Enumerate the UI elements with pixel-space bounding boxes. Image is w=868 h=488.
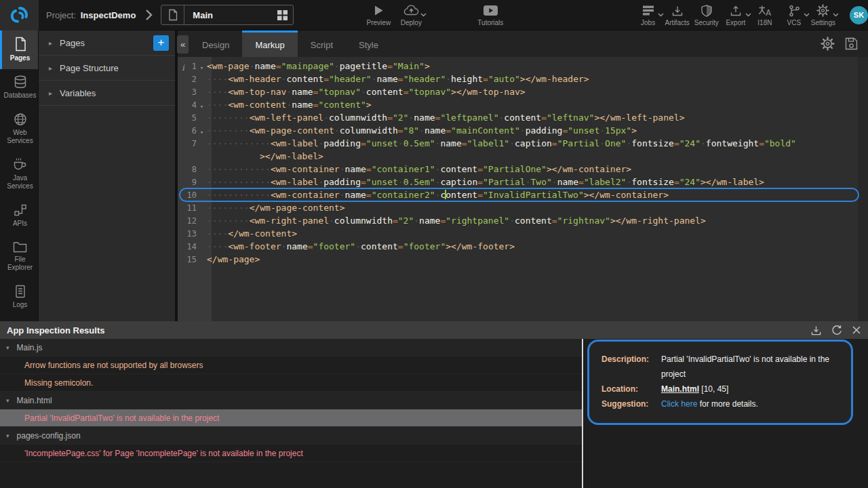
suggestion-value: Click here for more details. — [661, 396, 839, 411]
code-line[interactable]: 3····<wm-top-nav·name="topnav"·content="… — [178, 85, 868, 98]
code-line[interactable]: 13····</wm-content> — [178, 227, 868, 240]
location-label: Location: — [601, 382, 658, 396]
code-text: ············<wm-container·name="containe… — [207, 163, 631, 176]
code-line[interactable]: 10············<wm-container·name="contai… — [178, 188, 868, 201]
code-line[interactable]: ></wm-label> — [178, 150, 868, 163]
inspection-panel: App Inspection Results ▾Main.jsArrow fun… — [0, 321, 868, 488]
inspection-splitter[interactable] — [582, 339, 583, 488]
line-number: 3 — [178, 85, 197, 98]
settings-button[interactable]: Settings — [809, 4, 837, 26]
fold-caret-icon[interactable]: ▾ — [197, 60, 207, 73]
code-line[interactable]: 11········</wm-page-content> — [178, 201, 868, 214]
grid-icon[interactable] — [277, 10, 288, 20]
git-branch-icon — [788, 4, 800, 18]
project-info: Project: InspectDemo — [46, 10, 136, 20]
tab-style[interactable]: Style — [346, 30, 391, 57]
tab-markup[interactable]: Markup — [242, 30, 297, 57]
fold-spacer — [197, 176, 207, 188]
inspection-item[interactable]: Arrow functions are not supported by all… — [0, 357, 583, 374]
click-here-link[interactable]: Click here — [661, 399, 697, 409]
panel-section-pages[interactable]: ▸ Pages + — [39, 30, 175, 56]
code-line[interactable]: 1▾<wm-page·name="mainpage"·pagetitle="Ma… — [178, 60, 868, 73]
action-label: Jobs — [641, 19, 655, 26]
fold-caret-icon[interactable]: ▾ — [197, 124, 207, 137]
action-label: Settings — [811, 19, 835, 26]
security-button[interactable]: Security — [692, 4, 721, 26]
line-number: 11 — [178, 201, 197, 214]
inspection-group-row[interactable]: ▾pages-config.json — [0, 427, 583, 445]
code-line[interactable]: 5········<wm-left-panel·columnwidth="2"·… — [178, 111, 868, 124]
sidebar-item-apis[interactable]: APIs — [0, 197, 38, 235]
sidebar-item-file-explorer[interactable]: File Explorer — [0, 235, 38, 279]
code-line[interactable]: 6▾········<wm-page-content·columnwidth="… — [178, 124, 868, 137]
jobs-button[interactable]: Jobs — [634, 4, 663, 26]
fold-caret-icon[interactable]: ▾ — [197, 98, 207, 111]
inspection-group-row[interactable]: ▾Main.js — [0, 339, 583, 357]
sidebar-item-web-services[interactable]: Web Services — [0, 106, 38, 152]
folder-icon — [13, 241, 27, 256]
inspection-item[interactable]: Partial 'InvalidPartialTwo' is not avail… — [0, 409, 583, 427]
suggestion-label: Suggestion: — [601, 396, 658, 411]
refresh-icon[interactable] — [831, 325, 842, 336]
close-icon[interactable] — [852, 325, 861, 335]
chevron-down-icon — [420, 13, 427, 17]
add-page-button[interactable]: + — [153, 35, 169, 51]
code-line[interactable]: 7············<wm-label·padding="unset·0.… — [178, 137, 868, 150]
page-icon — [14, 37, 27, 54]
code-line[interactable]: 12········<wm-right-panel·columnwidth="2… — [178, 214, 868, 227]
action-label: Tutorials — [477, 19, 503, 26]
tab-script[interactable]: Script — [298, 30, 346, 57]
code-line[interactable]: 15</wm-page> — [178, 253, 868, 266]
line-number: 6 — [178, 124, 197, 137]
tutorials-group: Tutorials — [475, 4, 505, 26]
caret-right-icon: ▸ — [49, 64, 52, 72]
user-avatar[interactable]: SK — [850, 6, 868, 24]
globe-icon — [14, 113, 27, 129]
inspection-title: App Inspection Results — [7, 325, 104, 336]
fold-spacer — [197, 240, 207, 253]
preview-button[interactable]: Preview — [364, 4, 393, 26]
download-report-icon[interactable] — [810, 325, 822, 336]
coffee-icon — [13, 158, 28, 174]
editor-settings-gear-icon[interactable] — [821, 37, 835, 51]
inspection-item[interactable]: Missing semicolon. — [0, 374, 583, 392]
panel-section-page-structure[interactable]: ▸ Page Structure — [39, 56, 175, 81]
deploy-button[interactable]: Deploy — [397, 4, 425, 26]
topbar: Project: InspectDemo Main Preview Deploy… — [0, 0, 868, 30]
code-text: ····<wm-top-nav·name="topnav"·content="t… — [207, 85, 526, 98]
project-name: InspectDemo — [81, 10, 136, 20]
fold-spacer — [197, 214, 207, 227]
app-logo[interactable] — [0, 0, 39, 30]
panel-section-label: Pages — [60, 38, 85, 48]
code-line[interactable]: 8············<wm-container·name="contain… — [178, 163, 868, 176]
inspection-group-row[interactable]: ▾Main.html — [0, 392, 583, 409]
panel-section-variables[interactable]: ▸ Variables — [39, 81, 175, 106]
tab-design[interactable]: Design — [189, 30, 242, 57]
sidebar-item-logs[interactable]: Logs — [0, 279, 38, 316]
chevron-right-icon[interactable] — [145, 9, 153, 21]
page-tab-main[interactable]: Main — [161, 5, 294, 25]
sidebar-item-java-services[interactable]: Java Services — [0, 152, 38, 197]
panel-section-label: Page Structure — [60, 63, 119, 73]
caret-down-icon: ▾ — [6, 397, 9, 404]
artifacts-button[interactable]: Artifacts — [663, 4, 692, 26]
save-icon[interactable] — [845, 37, 858, 50]
caret-down-icon: ▾ — [6, 344, 9, 351]
project-label: Project: — [46, 10, 76, 20]
caret-down-icon: ▾ — [6, 432, 9, 439]
collapse-panel-button[interactable]: « — [177, 35, 189, 54]
sidebar-item-pages[interactable]: Pages — [0, 30, 38, 69]
inspection-item[interactable]: 'IncompletePage.css' for Page 'Incomplet… — [0, 445, 583, 462]
code-line[interactable]: 9············<wm-label·padding="unset·0.… — [178, 176, 868, 188]
sidebar-item-databases[interactable]: Databases — [0, 69, 38, 106]
code-line[interactable]: 2····<wm-header·content="header"·name="h… — [178, 73, 868, 85]
code-line[interactable]: 4▾····<wm-content·name="content"> — [178, 98, 868, 111]
export-button[interactable]: Export — [722, 4, 750, 26]
code-line[interactable]: 14····<wm-footer·name="footer"·content="… — [178, 240, 868, 253]
location-file-link[interactable]: Main.html — [661, 384, 699, 394]
tutorials-button[interactable]: Tutorials — [475, 4, 505, 26]
vcs-button[interactable]: VCS — [780, 4, 808, 26]
i18n-button[interactable]: A I18N — [751, 4, 779, 26]
inspection-header: App Inspection Results — [0, 321, 868, 339]
inspection-file-name: pages-config.json — [17, 431, 81, 441]
